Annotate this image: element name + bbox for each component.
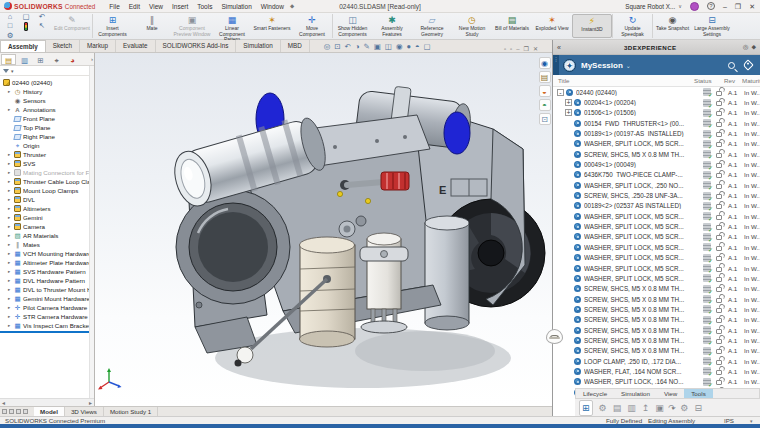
design-library-icon[interactable] — [539, 71, 551, 83]
command-button[interactable]: Edit Component — [52, 14, 92, 38]
tree-item[interactable]: ▸ SVS — [0, 159, 94, 168]
part-row[interactable]: 00189<2> (02537 AS INSTALLED) A.1 In W.. — [553, 201, 760, 211]
part-row[interactable]: + 01506<1> (01506) A.1 In W.. — [553, 108, 760, 118]
session-label[interactable]: MySession — [581, 61, 623, 70]
split-control[interactable] — [16, 409, 21, 414]
graphics-viewport[interactable]: E — [95, 53, 552, 406]
view-orientation-icon[interactable]: ▣ — [374, 42, 381, 52]
command-button[interactable]: Component Preview Window — [172, 14, 212, 38]
part-row[interactable]: SCREW, SHCS, M5 X 0.8 MM TH... A.1 In W.… — [553, 315, 760, 325]
tree-item[interactable]: ▸ Camera — [0, 222, 94, 231]
command-button[interactable]: Insert Components — [92, 14, 132, 38]
compass-edge-strip[interactable]: ⋮ — [553, 55, 559, 75]
command-button[interactable]: New Motion Study — [452, 14, 492, 38]
expand-toggle[interactable]: - — [557, 89, 564, 96]
3dexperience-icon[interactable] — [539, 57, 551, 69]
minimize-button[interactable]: – — [723, 2, 727, 11]
toolbar-action[interactable]: ▾ — [627, 401, 636, 415]
avatar[interactable] — [690, 2, 699, 11]
tree-item[interactable]: ▸ Mount Loop Clamps — [0, 186, 94, 195]
configurationmanager-tab[interactable]: ⊞ — [33, 54, 48, 65]
part-row[interactable]: WASHER, SPLIT LOCK, M5 SCR... A.1 In W.. — [553, 221, 760, 231]
command-button[interactable]: Mate — [132, 14, 172, 38]
expand-arrow-icon[interactable]: ▸ — [8, 105, 12, 114]
ribbon-tab[interactable]: Evaluate — [116, 40, 156, 52]
open-document-icon[interactable]: ▢ — [22, 13, 29, 21]
scroll-left-icon[interactable]: ◄ — [1, 400, 6, 406]
ribbon-tab[interactable]: Assembly — [0, 40, 46, 52]
tree-item[interactable]: ▸ Gemini Mount Hardware Pattern — [0, 294, 94, 303]
tree-item[interactable]: ▸ Altimeter Plate Hardware Pattern — [0, 258, 94, 267]
tree-item[interactable]: ▸ SVS Hardware Pattern — [0, 267, 94, 276]
assistant-hardhat-icon[interactable] — [546, 329, 563, 344]
view-settings-icon[interactable]: ▢ — [424, 42, 431, 52]
expand-toggle[interactable]: + — [565, 109, 572, 116]
doc-tile-icon[interactable]: ▫ — [510, 46, 512, 52]
expand-arrow-icon[interactable]: ▸ — [8, 303, 12, 312]
close-button[interactable]: ✕ — [749, 2, 755, 11]
scroll-right-icon[interactable]: ► — [88, 400, 93, 406]
ribbon-tab[interactable]: SOLIDWORKS Add-Ins — [156, 40, 237, 52]
3dexperience-compass-icon[interactable] — [563, 59, 576, 72]
tree-root-item[interactable]: 02440 (02440) — [0, 78, 94, 87]
toolbar-action[interactable]: ▾ — [613, 401, 622, 415]
expand-arrow-icon[interactable]: ▸ — [8, 285, 12, 294]
column-rev[interactable]: Rev — [724, 77, 742, 84]
toolbar-action[interactable]: ▾ — [668, 401, 674, 415]
panel-tabs-overflow[interactable]: › — [91, 56, 93, 62]
document-tab[interactable]: 3D Views — [65, 407, 104, 416]
expand-arrow-icon[interactable]: ▸ — [8, 258, 12, 267]
toolbar-action[interactable]: ▾ — [694, 401, 702, 415]
dynamic-annotation-views-icon[interactable]: ✎ — [363, 42, 369, 52]
doc-restore-button[interactable]: ❐ — [524, 45, 529, 52]
part-row[interactable]: + 00204<1> (00204) A.1 In W.. — [553, 97, 760, 107]
toolbar-action[interactable]: ▾ — [599, 401, 607, 415]
split-control[interactable] — [9, 409, 14, 414]
part-row[interactable]: LOOP CLAMP, .250 ID, .172 DIA... A.1 In … — [553, 356, 760, 366]
apply-scene-icon[interactable]: ◓ — [415, 42, 420, 52]
tree-item[interactable]: ▸ Mates — [0, 240, 94, 249]
command-button[interactable]: Assembly Features — [372, 14, 412, 38]
toolbar-action[interactable]: ▾ — [579, 400, 593, 416]
tree-item[interactable]: Origin — [0, 141, 94, 150]
tree-item[interactable]: ▸ STR Camera Hardware Pattern 1 — [0, 312, 94, 321]
menu-item[interactable]: File — [109, 3, 119, 10]
ribbon-tab[interactable]: Markup — [80, 40, 116, 52]
ribbon-tab[interactable]: Sketch — [46, 40, 80, 52]
expand-arrow-icon[interactable]: ▸ — [8, 159, 12, 168]
tree-item[interactable]: ▸ DVL Hardware Pattern — [0, 276, 94, 285]
appearances-icon[interactable] — [539, 85, 551, 97]
expand-arrow-icon[interactable]: ▸ — [8, 240, 12, 249]
expand-arrow-icon[interactable]: ▸ — [8, 168, 12, 177]
menu-item[interactable]: Window — [261, 3, 284, 10]
units-caret-icon[interactable]: ▾ — [750, 418, 753, 424]
tree-item[interactable]: ▸ DVL — [0, 195, 94, 204]
tree-vertical-scrollbar[interactable] — [89, 66, 94, 398]
tree-item[interactable]: Right Plane — [0, 132, 94, 141]
copy-settings-icon[interactable] — [539, 113, 551, 125]
part-row[interactable]: - 02440 (02440) A.1 In W.. — [553, 87, 760, 97]
units-selector[interactable]: IPS — [724, 417, 734, 424]
tree-horizontal-scrollbar[interactable]: ◄ ► — [0, 398, 94, 406]
command-button[interactable]: Update Speedpak — [612, 14, 652, 38]
tree-item[interactable]: ▸ AR Materials — [0, 231, 94, 240]
zoom-fit-icon[interactable]: ◎ — [324, 42, 331, 52]
section-view-icon[interactable]: ◑ — [355, 42, 360, 52]
split-control[interactable] — [2, 409, 7, 414]
tree-item[interactable]: ▸ Vis Inspect Cam Bracket Hardware — [0, 321, 94, 330]
part-row[interactable]: WASHER, SPLIT LOCK, M5 SCR... A.1 In W.. — [553, 263, 760, 273]
tree-item[interactable]: ▸ Thruster Cable Loop Clamp — [0, 177, 94, 186]
expand-arrow-icon[interactable]: ▸ — [8, 186, 12, 195]
expand-arrow-icon[interactable]: ▸ — [8, 321, 12, 330]
command-button[interactable]: Linear Component Pattern — [212, 14, 252, 38]
propertymanager-tab[interactable]: ▥ — [17, 54, 32, 65]
panel-options-icon[interactable]: ◎ — [743, 43, 749, 51]
part-row[interactable]: 6436K750_TWO-PIECE CLAMP-... A.1 In W.. — [553, 170, 760, 180]
tree-item[interactable]: ▸ DVL to Thruster Mount Hardware Pa — [0, 285, 94, 294]
dimxpertmanager-tab[interactable]: ⌖ — [49, 54, 64, 65]
toolbar-tab[interactable]: Lifecycle — [576, 389, 614, 398]
part-row[interactable]: WASHER, SPLIT LOCK, M5 SCR... A.1 In W.. — [553, 253, 760, 263]
toolbar-tab[interactable]: View — [657, 389, 684, 398]
select-cursor-icon[interactable]: ↖ — [39, 22, 45, 31]
part-row[interactable]: SCREW, SHCS, M5 X 0.8 MM TH... A.1 In W.… — [553, 325, 760, 335]
